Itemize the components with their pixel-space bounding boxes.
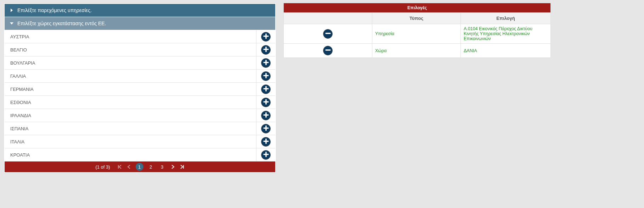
accordion-label: Επιλέξτε παρεχόμενες υπηρεσίες. — [17, 7, 92, 13]
country-name: ΚΡΟΑΤΙΑ — [5, 149, 256, 161]
choice-column-header: Επιλογή — [461, 13, 551, 24]
accordion-services[interactable]: Επιλέξτε παρεχόμενες υπηρεσίες. — [5, 4, 275, 17]
chevron-down-icon — [10, 21, 14, 26]
country-name: ΒΕΛΓΙΟ — [5, 44, 256, 56]
next-page-icon[interactable] — [171, 164, 175, 169]
add-cell — [256, 56, 275, 69]
selections-header: Επιλογές — [284, 3, 551, 13]
choice-cell: A.0104 Εικονικός Πάροχος Δικτύου Κινητής… — [461, 24, 551, 44]
country-list: ΑΥΣΤΡΙΑΒΕΛΓΙΟΒΟΥΛΓΑΡΙΑΓΑΛΛΙΑΓΕΡΜΑΝΙΑΕΣΘΟ… — [5, 30, 275, 162]
add-cell — [256, 109, 275, 122]
accordion-countries[interactable]: Επιλέξτε χώρες εγκατάστασης εντός ΕΕ. — [5, 17, 275, 30]
type-cell: Χώρα — [372, 44, 461, 58]
add-button[interactable] — [261, 58, 271, 68]
country-row: ΒΕΛΓΙΟ — [5, 43, 275, 56]
paginator: (1 of 3) 123 — [5, 162, 275, 172]
add-button[interactable] — [261, 45, 271, 55]
add-cell — [256, 148, 275, 161]
country-row: ΚΡΟΑΤΙΑ — [5, 148, 275, 162]
page-number[interactable]: 1 — [136, 163, 143, 171]
plus-icon — [263, 152, 269, 158]
first-page-icon[interactable] — [117, 164, 122, 169]
add-button[interactable] — [261, 111, 271, 120]
country-name: ΒΟΥΛΓΑΡΙΑ — [5, 57, 256, 69]
action-cell — [284, 44, 372, 58]
country-name: ΙΡΛΑΝΔΙΑ — [5, 109, 256, 122]
country-name: ΓΑΛΛΙΑ — [5, 70, 256, 82]
remove-button[interactable] — [323, 29, 333, 39]
add-cell — [256, 96, 275, 109]
minus-icon — [325, 31, 331, 37]
add-button[interactable] — [261, 124, 271, 133]
country-row: ΓΑΛΛΙΑ — [5, 70, 275, 83]
selections-table: Επιλογές Τύπος Επιλογή ΥπηρεσίαA.0104 Ει… — [283, 3, 551, 58]
country-name: ΕΣΘΟΝΙΑ — [5, 96, 256, 109]
add-cell — [256, 43, 275, 56]
plus-icon — [263, 99, 269, 106]
country-row: ΙΣΠΑΝΙΑ — [5, 122, 275, 135]
plus-icon — [263, 33, 269, 40]
plus-icon — [263, 86, 269, 93]
page-numbers: 123 — [136, 163, 166, 171]
accordion-label: Επιλέξτε χώρες εγκατάστασης εντός ΕΕ. — [17, 21, 106, 26]
plus-icon — [263, 60, 269, 66]
plus-icon — [263, 46, 269, 53]
chevron-right-icon — [10, 8, 14, 12]
minus-icon — [325, 47, 331, 54]
choice-cell: ΔΑΝΙΑ — [461, 44, 551, 58]
add-cell — [256, 83, 275, 95]
remove-button[interactable] — [323, 46, 333, 55]
add-button[interactable] — [261, 98, 271, 107]
country-name: ΙΤΑΛΙΑ — [5, 136, 256, 148]
add-cell — [256, 70, 275, 82]
plus-icon — [263, 73, 269, 80]
left-panel: Επιλέξτε παρεχόμενες υπηρεσίες. Επιλέξτε… — [4, 3, 276, 173]
country-row: ΓΕΡΜΑΝΙΑ — [5, 83, 275, 96]
add-button[interactable] — [261, 137, 271, 147]
add-cell — [256, 135, 275, 148]
plus-icon — [263, 138, 269, 145]
table-row: ΥπηρεσίαA.0104 Εικονικός Πάροχος Δικτύου… — [284, 24, 551, 44]
page-number[interactable]: 3 — [158, 163, 166, 171]
add-button[interactable] — [261, 84, 271, 94]
add-cell — [256, 122, 275, 135]
page-info: (1 of 3) — [95, 164, 110, 170]
page-number[interactable]: 2 — [147, 163, 155, 171]
country-name: ΑΥΣΤΡΙΑ — [5, 31, 256, 43]
table-row: ΧώραΔΑΝΙΑ — [284, 44, 551, 58]
country-name: ΓΕΡΜΑΝΙΑ — [5, 83, 256, 95]
prev-page-icon[interactable] — [127, 164, 131, 169]
add-button[interactable] — [261, 71, 271, 81]
plus-icon — [263, 125, 269, 132]
country-row: ΙΡΛΑΝΔΙΑ — [5, 109, 275, 122]
action-column-header — [284, 13, 372, 24]
country-row: ΒΟΥΛΓΑΡΙΑ — [5, 56, 275, 70]
country-row: ΙΤΑΛΙΑ — [5, 135, 275, 148]
type-column-header: Τύπος — [372, 13, 461, 24]
type-cell: Υπηρεσία — [372, 24, 461, 44]
plus-icon — [263, 112, 269, 119]
action-cell — [284, 24, 372, 44]
right-panel: Επιλογές Τύπος Επιλογή ΥπηρεσίαA.0104 Ει… — [283, 3, 551, 173]
country-row: ΑΥΣΤΡΙΑ — [5, 30, 275, 43]
last-page-icon[interactable] — [180, 164, 185, 169]
country-row: ΕΣΘΟΝΙΑ — [5, 96, 275, 109]
add-cell — [256, 30, 275, 43]
country-name: ΙΣΠΑΝΙΑ — [5, 122, 256, 135]
add-button[interactable] — [261, 32, 271, 42]
add-button[interactable] — [261, 150, 271, 160]
